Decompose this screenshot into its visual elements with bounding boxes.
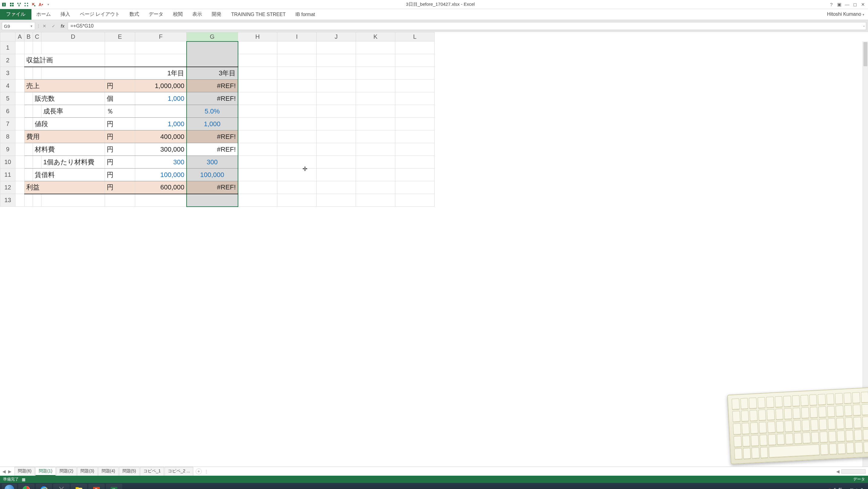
cell-L8[interactable] [395, 131, 435, 143]
cell-I3[interactable] [277, 67, 317, 80]
taskbar-snip[interactable] [53, 484, 69, 489]
cell-H13[interactable] [238, 194, 277, 207]
cell-G12[interactable]: #REF! [187, 181, 238, 194]
tray-icon-3[interactable]: ▤ [850, 488, 854, 489]
cell-A3[interactable] [16, 67, 25, 80]
cell-K6[interactable] [356, 105, 395, 118]
cell-H6[interactable] [238, 105, 277, 118]
cell-I9[interactable] [277, 143, 317, 156]
cell-D10[interactable]: 1個あたり材料費 [41, 156, 105, 169]
col-header-A[interactable]: A [16, 32, 25, 41]
cell-J1[interactable] [317, 41, 356, 54]
cell-F6[interactable] [135, 105, 187, 118]
cell-H4[interactable] [238, 80, 277, 92]
cell-K3[interactable] [356, 67, 395, 80]
cell-C9[interactable]: 材料費 [33, 143, 105, 156]
cell-B4[interactable]: 売上 [25, 80, 105, 92]
cell-L2[interactable] [395, 54, 435, 67]
row-header-4[interactable]: 4 [0, 80, 16, 92]
spreadsheet-grid[interactable]: ABCDEFGHIJKL12収益計画31年目3年目4売上円1,000,000#R… [0, 32, 868, 467]
cell-H2[interactable] [238, 54, 277, 67]
cell-I1[interactable] [277, 41, 317, 54]
cell-E4[interactable]: 円 [105, 80, 135, 92]
cell-E5[interactable]: 個 [105, 92, 135, 105]
cell-A2[interactable] [16, 54, 25, 67]
cell-I2[interactable] [277, 54, 317, 67]
cell-K12[interactable] [356, 181, 395, 194]
cell-K10[interactable] [356, 156, 395, 169]
cell-A7[interactable] [16, 118, 25, 131]
chevron-down-icon[interactable]: ▼ [30, 25, 33, 28]
taskbar-powerpoint[interactable]: P [88, 484, 105, 489]
tab-data[interactable]: データ [144, 9, 168, 20]
cell-F13[interactable] [135, 194, 187, 207]
row-header-2[interactable]: 2 [0, 54, 16, 67]
cell-B3[interactable] [25, 67, 33, 80]
tray-icon-1[interactable]: ◉ [828, 488, 831, 489]
account-name[interactable]: Hitoshi Kumano ▾ [824, 9, 868, 20]
cell-H8[interactable] [238, 131, 277, 143]
row-header-1[interactable]: 1 [0, 41, 16, 54]
col-header-F[interactable]: F [135, 32, 187, 41]
cell-L11[interactable] [395, 169, 435, 181]
enter-formula-icon[interactable]: ✓ [50, 22, 58, 30]
cell-E12[interactable]: 円 [105, 181, 135, 194]
sheet-tab-0[interactable]: 問題(6) [14, 467, 35, 476]
cell-D6[interactable]: 成長率 [41, 105, 105, 118]
font-color-icon[interactable]: A▾ [38, 2, 43, 7]
name-box[interactable]: G9 ▼ [2, 22, 35, 30]
cell-B13[interactable] [25, 194, 33, 207]
qat-icon-2[interactable] [16, 2, 22, 7]
cell-A12[interactable] [16, 181, 25, 194]
cell-J13[interactable] [317, 194, 356, 207]
close-icon[interactable]: ✕ [860, 2, 866, 7]
cell-I13[interactable] [277, 194, 317, 207]
cell-L4[interactable] [395, 80, 435, 92]
cell-J4[interactable] [317, 80, 356, 92]
help-icon[interactable]: ? [828, 2, 835, 7]
col-header-H[interactable]: H [238, 32, 277, 41]
cell-I8[interactable] [277, 131, 317, 143]
cell-E8[interactable]: 円 [105, 131, 135, 143]
cell-J6[interactable] [317, 105, 356, 118]
cell-F11[interactable]: 100,000 [135, 169, 187, 181]
cell-D13[interactable] [41, 194, 105, 207]
row-header-8[interactable]: 8 [0, 131, 16, 143]
cell-B1[interactable] [25, 41, 33, 54]
taskbar-ie[interactable] [36, 484, 52, 489]
cell-J5[interactable] [317, 92, 356, 105]
cell-I10[interactable] [277, 156, 317, 169]
qat-icon-3[interactable] [24, 2, 29, 7]
tab-insert[interactable]: 挿入 [56, 9, 75, 20]
cell-H10[interactable] [238, 156, 277, 169]
sheet-tab-7[interactable]: コピペ_2 ... [164, 467, 193, 476]
cell-I12[interactable] [277, 181, 317, 194]
cell-D3[interactable] [41, 67, 105, 80]
cell-G10[interactable]: 300 [187, 156, 238, 169]
cell-B5[interactable] [25, 92, 33, 105]
cell-B2[interactable]: 収益計画 [25, 54, 105, 67]
cell-K7[interactable] [356, 118, 395, 131]
col-header-K[interactable]: K [356, 32, 395, 41]
cell-J12[interactable] [317, 181, 356, 194]
cell-K8[interactable] [356, 131, 395, 143]
row-header-12[interactable]: 12 [0, 181, 16, 194]
cell-A5[interactable] [16, 92, 25, 105]
maximize-icon[interactable]: ◻ [852, 2, 858, 7]
cell-D1[interactable] [41, 41, 105, 54]
formula-input[interactable]: =+G5*G10 ⌄ [68, 22, 866, 30]
cell-G11[interactable]: 100,000 [187, 169, 238, 181]
cell-H7[interactable] [238, 118, 277, 131]
cell-G3[interactable]: 3年目 [187, 67, 238, 80]
col-header-E[interactable]: E [105, 32, 135, 41]
cell-A1[interactable] [16, 41, 25, 54]
cell-K5[interactable] [356, 92, 395, 105]
col-header-J[interactable]: J [317, 32, 356, 41]
sheet-tab-4[interactable]: 問題(4) [98, 467, 119, 476]
cell-G2[interactable] [187, 54, 238, 67]
tab-review[interactable]: 校閲 [168, 9, 187, 20]
cell-F2[interactable] [135, 54, 187, 67]
sheet-tab-6[interactable]: コピペ_1 [140, 467, 164, 476]
cell-H9[interactable] [238, 143, 277, 156]
cell-I11[interactable] [277, 169, 317, 181]
